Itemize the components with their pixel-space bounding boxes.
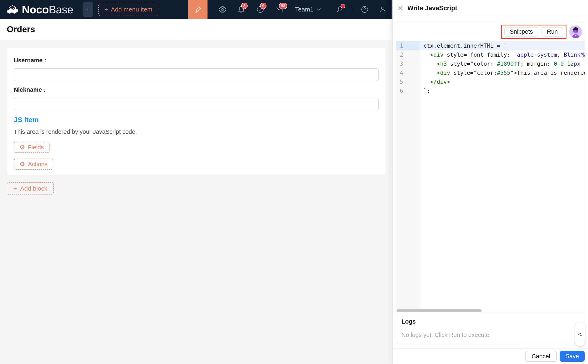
brand-name: NocoBase (22, 3, 73, 16)
avatar[interactable] (569, 26, 582, 38)
help-icon (361, 6, 368, 13)
brand-name-light: Base (49, 3, 73, 16)
code-line: 6`; (396, 86, 585, 95)
username-input[interactable] (14, 68, 379, 81)
user-icon (379, 6, 387, 13)
user-menu-button[interactable] (379, 6, 387, 13)
settings-button[interactable] (219, 6, 227, 13)
gear-icon: ⚙ (20, 144, 25, 150)
add-menu-item-label: Add menu item (111, 6, 153, 13)
drawer-footer: Cancel Save (393, 348, 588, 364)
brand[interactable]: NocoBase (0, 3, 73, 16)
logs-empty-message: No logs yet. Click Run to execute. (401, 332, 580, 338)
chevron-left-icon: < (578, 331, 582, 338)
red-annotation-box: Snippets Run (501, 25, 566, 39)
logs-title: Logs (401, 318, 580, 325)
brand-name-bold: Noco (22, 3, 49, 16)
page-title: Orders (7, 24, 35, 34)
gear-icon (219, 6, 227, 13)
ui-editor-toggle-button[interactable] (188, 0, 207, 19)
navbar-divider (352, 6, 352, 13)
main-content: Orders Username : Nickname : JS Item Thi… (0, 19, 392, 364)
page-header: Orders (0, 19, 392, 39)
add-menu-item-button[interactable]: + Add menu item (98, 3, 158, 16)
highlighter-pen-icon (194, 5, 202, 13)
tasks-badge: 9 (261, 3, 266, 9)
messages-button[interactable]: 98 (275, 6, 283, 13)
actions-button-label: Actions (28, 161, 47, 168)
search-button[interactable] (336, 6, 343, 13)
plus-icon: + (104, 6, 108, 13)
fields-button-label: Fields (28, 144, 44, 151)
fields-button[interactable]: ⚙ Fields (14, 142, 49, 153)
actions-button[interactable]: ⚙ Actions (14, 159, 53, 170)
snippets-button[interactable]: Snippets (504, 27, 538, 37)
nickname-input[interactable] (14, 98, 379, 110)
drawer-header: ✕ Write JavaScript (393, 0, 588, 16)
tasks-button[interactable]: 9 (256, 6, 264, 13)
add-block-button[interactable]: + Add block (7, 182, 54, 195)
js-item-title: JS Item (14, 116, 379, 124)
form-block-card: Username : Nickname : JS Item This area … (7, 48, 386, 175)
code-line: 3 <h3 style="color: #1890ff; margin: 0 0… (396, 59, 585, 68)
code-line: 2 <div style="font-family: -apple-system… (396, 50, 585, 59)
help-button[interactable] (361, 6, 368, 13)
username-label: Username : (14, 57, 379, 64)
chevron-down-icon (316, 8, 321, 11)
drawer-title: Write JavaScript (408, 5, 457, 12)
notifications-button[interactable]: 3 (238, 6, 245, 13)
editor-toolbar: Snippets Run (396, 22, 585, 41)
write-javascript-drawer: ✕ Write JavaScript Snippets Run (392, 0, 588, 364)
code-editor-card: Snippets Run (396, 22, 585, 344)
search-dot-badge (341, 4, 345, 8)
messages-badge: 98 (279, 3, 287, 9)
code-editor[interactable]: 1ctx.element.innerHTML = `2 <div style="… (396, 41, 585, 309)
add-block-label: Add block (20, 185, 47, 192)
code-line: 4 <div style="color:#555">This area is r… (396, 68, 585, 77)
avatar-illustration (569, 26, 582, 38)
editor-lines: 1ctx.element.innerHTML = `2 <div style="… (396, 41, 585, 95)
menu-more-button[interactable]: ··· (83, 2, 93, 17)
gear-icon: ⚙ (20, 161, 25, 167)
plus-icon: + (13, 185, 17, 192)
js-item-description: This area is rendered by your JavaScript… (14, 129, 379, 135)
navbar-right-group: 3 9 98 Team1 (188, 0, 392, 19)
logs-panel: Logs No logs yet. Click Run to execute. (396, 313, 585, 344)
run-button[interactable]: Run (541, 27, 563, 37)
editor-horizontal-scrollbar (396, 309, 585, 313)
code-line: 1ctx.element.innerHTML = ` (396, 41, 585, 50)
team-label: Team1 (295, 6, 314, 13)
top-navbar: NocoBase ··· + Add menu item (0, 0, 392, 19)
save-button[interactable]: Save (560, 351, 585, 362)
team-selector[interactable]: Team1 (295, 6, 321, 13)
nickname-label: Nickname : (14, 86, 379, 93)
cancel-button[interactable]: Cancel (525, 351, 557, 362)
drawer-body: Snippets Run (393, 16, 588, 348)
scrollbar-thumb[interactable] (396, 309, 481, 312)
app-screen: NocoBase ··· + Add menu item (0, 0, 588, 364)
nocobase-logo-icon (6, 3, 19, 15)
notifications-badge: 3 (242, 3, 247, 9)
page-canvas: Username : Nickname : JS Item This area … (0, 39, 392, 195)
collapse-drawer-handle[interactable]: < (575, 322, 585, 346)
close-icon[interactable]: ✕ (396, 4, 405, 13)
code-line: 5 </div> (396, 77, 585, 86)
editor-gutter (396, 95, 419, 309)
